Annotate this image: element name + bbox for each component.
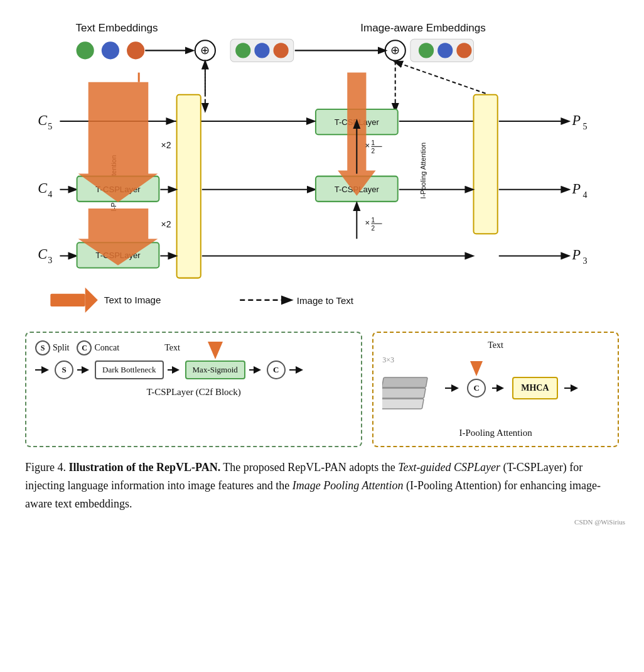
ipooling-flow: 3×3 C xyxy=(382,355,609,420)
svg-rect-25 xyxy=(474,95,498,234)
architecture-diagram: Text Embeddings Image-aware Embeddings ⊕… xyxy=(19,13,625,328)
dot-green-1 xyxy=(77,41,94,59)
figure-caption: Figure 4. Illustration of the RepVL-PAN.… xyxy=(19,458,625,512)
svg-text:P: P xyxy=(571,247,581,263)
mhca-box: MHCA xyxy=(512,377,557,399)
svg-text:5: 5 xyxy=(583,121,588,131)
svg-point-8 xyxy=(235,43,250,58)
tcsplayer-bottom-label: T-CSPLayer (C2f Block) xyxy=(35,387,352,398)
dot-orange-1 xyxy=(127,41,144,59)
split-text-label: Split xyxy=(53,343,69,353)
svg-text:C: C xyxy=(38,246,47,262)
stacked-layers-group: 3×3 xyxy=(382,355,439,420)
svg-rect-73 xyxy=(382,399,424,409)
svg-text:3: 3 xyxy=(48,255,52,265)
svg-point-17 xyxy=(456,43,471,58)
concat-circle-flow: C xyxy=(267,360,286,379)
text-label-bottom-1: Text xyxy=(164,343,180,353)
svg-text:1: 1 xyxy=(371,217,375,224)
concat-circle-ipooling: C xyxy=(467,379,486,398)
svg-rect-74 xyxy=(382,388,426,398)
figure-num: Figure 4. xyxy=(25,461,66,474)
watermark: CSDN @WiSirius xyxy=(19,518,625,526)
svg-rect-64 xyxy=(50,294,85,306)
svg-text:1: 1 xyxy=(371,139,375,146)
max-sigmoid-box: Max-Sigmoid xyxy=(185,360,245,379)
ipooling-detail-box: Text 3×3 xyxy=(372,332,619,447)
concat-circle-ipooling-wrapper: C xyxy=(467,379,486,398)
tcsplayer-detail-box: S Split C Concat Text S Dark Bottleneck xyxy=(25,332,362,447)
caption-text1: The proposed RepVL-PAN adopts the xyxy=(220,461,398,474)
split-circle-flow: S xyxy=(55,360,73,379)
svg-rect-75 xyxy=(382,377,427,387)
caption-italic1: Text-guided CSPLayer xyxy=(398,461,500,474)
concat-circle: C xyxy=(77,340,92,355)
dot-blue-1 xyxy=(102,41,119,59)
tcsplayer-flow: S Dark Bottleneck Max-Sigmoid C xyxy=(35,360,352,379)
x2-label-1: ×2 xyxy=(161,140,171,150)
svg-marker-77 xyxy=(470,361,483,376)
image-aware-embeddings-label: Image-aware Embeddings xyxy=(360,22,486,34)
tcsplayer-legend-row: S Split C Concat Text xyxy=(35,340,352,355)
x-half-1: × xyxy=(365,141,370,150)
diagram-area: Text Embeddings Image-aware Embeddings ⊕… xyxy=(19,13,625,328)
dark-bottleneck-box: Dark Bottleneck xyxy=(95,360,164,379)
svg-text:2: 2 xyxy=(371,148,375,154)
text-label-bottom-2: Text xyxy=(382,340,609,350)
ipooling-bottom-label: I-Pooling Attention xyxy=(382,428,609,438)
svg-text:⊕: ⊕ xyxy=(200,44,210,57)
svg-text:4: 4 xyxy=(48,189,52,199)
legend-image-to-text: Image to Text xyxy=(297,295,354,306)
caption-bold: Illustration of the RepVL-PAN. xyxy=(69,461,221,474)
grid-label: 3×3 xyxy=(382,355,439,365)
concat-legend: C Concat xyxy=(77,340,119,355)
svg-text:4: 4 xyxy=(583,190,588,200)
svg-point-15 xyxy=(419,43,434,58)
svg-marker-70 xyxy=(208,342,223,359)
split-circle: S xyxy=(35,340,50,355)
text-embeddings-label: Text Embeddings xyxy=(75,22,158,34)
svg-point-10 xyxy=(274,43,289,58)
svg-text:C: C xyxy=(38,180,47,196)
x2-label-2: ×2 xyxy=(161,219,171,229)
split-legend: S Split xyxy=(35,340,69,355)
svg-point-16 xyxy=(437,43,453,58)
c5-label: C xyxy=(38,112,47,128)
svg-text:P: P xyxy=(571,181,581,197)
svg-text:5: 5 xyxy=(48,121,52,131)
max-sigmoid-wrapper: Max-Sigmoid xyxy=(185,360,245,379)
svg-text:3: 3 xyxy=(583,256,588,266)
p5-label: P xyxy=(571,112,581,128)
x-half-2: × xyxy=(365,218,370,227)
svg-rect-28 xyxy=(177,95,201,278)
ipooling-2: I-Pooling Attention xyxy=(419,143,427,199)
svg-point-9 xyxy=(254,43,269,58)
concat-text-label: Concat xyxy=(94,343,119,353)
caption-italic2: Image Pooling Attention xyxy=(292,479,404,492)
svg-text:⊕: ⊕ xyxy=(390,44,400,57)
svg-text:2: 2 xyxy=(371,225,375,232)
legend-text-to-image: Text to Image xyxy=(104,295,161,305)
